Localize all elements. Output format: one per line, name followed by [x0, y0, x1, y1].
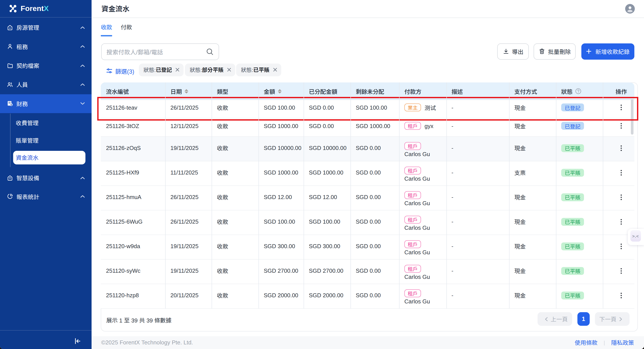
- svg-text:$: $: [10, 104, 12, 106]
